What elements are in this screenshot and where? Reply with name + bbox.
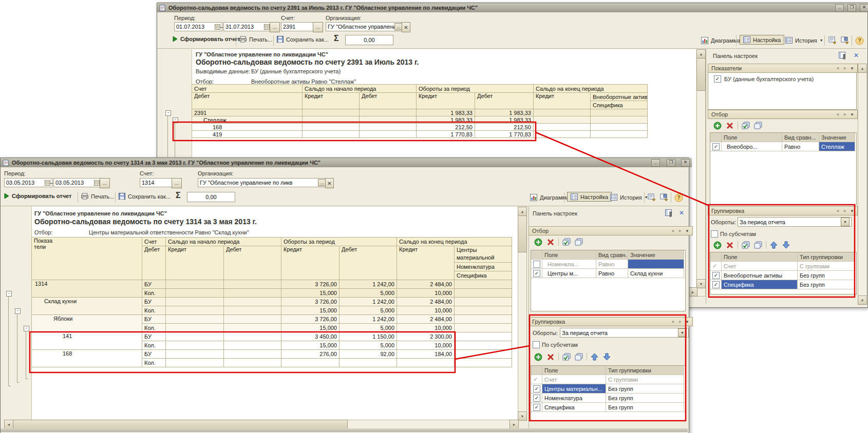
report-row-value[interactable]: 1 770,83 [475, 131, 534, 138]
add-row-icon[interactable] [713, 241, 722, 249]
report-row-value[interactable] [455, 280, 512, 289]
close-button[interactable]: ✕ [681, 159, 690, 167]
add-row-icon[interactable] [534, 238, 542, 246]
report-row-value[interactable] [166, 306, 224, 315]
period-from-field[interactable]: 01.07.2013 [174, 22, 222, 31]
col-header-value[interactable]: Значение [628, 250, 684, 260]
report-row-value[interactable] [591, 109, 648, 116]
report-row-account[interactable]: Склад кухни [32, 298, 142, 315]
col-header-compare[interactable]: Вид сравн... [596, 250, 628, 260]
move-up-icon[interactable] [769, 241, 778, 249]
report-row-indicator-bu[interactable]: БУ [142, 350, 166, 359]
grouping-field[interactable]: Счет [722, 262, 798, 271]
report-row-value[interactable]: 184,00 [397, 350, 455, 359]
save-as-button[interactable]: Сохранить как... [119, 193, 171, 200]
save-settings-icon[interactable] [659, 193, 669, 202]
report-row-value[interactable] [397, 359, 455, 367]
organization-field[interactable]: ГУ "Областное управление по ликв ... [326, 22, 405, 31]
uncheck-all-icon[interactable] [574, 238, 583, 246]
report-row-value[interactable] [224, 315, 281, 324]
section-grouping-header[interactable]: Группировка «»▼ [708, 206, 858, 215]
col-header-group-type[interactable]: Тип группировки [798, 252, 855, 262]
report-row-value[interactable] [303, 109, 360, 116]
collapse-left-icon[interactable]: « [837, 112, 839, 117]
close-button[interactable]: ✕ [860, 4, 868, 12]
report-row-value[interactable] [166, 289, 224, 298]
row-checkbox-cell[interactable]: ✓ [710, 262, 722, 271]
report-row-value[interactable] [534, 124, 591, 131]
report-row-value[interactable]: 2 300,00 [397, 332, 455, 341]
grouping-field[interactable]: Спецификa [542, 403, 606, 412]
outline-collapse-icon[interactable]: - [165, 110, 171, 116]
report-row-value[interactable] [303, 124, 360, 131]
add-row-icon[interactable] [534, 352, 542, 361]
report-row-value[interactable] [455, 332, 512, 341]
report-row-value[interactable] [224, 359, 281, 367]
report-row-value[interactable] [224, 324, 281, 332]
report-row-value[interactable] [166, 324, 224, 332]
load-settings-icon[interactable] [828, 36, 837, 45]
grouping-type[interactable]: С группами [606, 375, 684, 384]
organization-field[interactable]: ГУ "Областное управление по ликв ... [198, 178, 328, 187]
report-row-value[interactable] [224, 280, 281, 289]
collapse-left-icon[interactable]: « [672, 319, 674, 324]
remove-row-icon[interactable] [725, 241, 734, 249]
report-row-indicator-kol[interactable]: Кол. [142, 359, 166, 367]
check-all-icon[interactable] [562, 352, 571, 361]
col-header-field[interactable]: Поле [722, 252, 798, 262]
report-row-indicator-kol[interactable]: Кол. [142, 306, 166, 315]
filter-field[interactable]: Внеоборо... [722, 142, 782, 151]
panel-close-icon[interactable]: ✕ [853, 51, 860, 60]
row-checkbox[interactable] [533, 261, 540, 268]
report-row-value[interactable]: 276,00 [281, 350, 339, 359]
panel-scrollbar[interactable] [858, 64, 867, 305]
calendar-icon[interactable] [264, 24, 270, 30]
report-row-value[interactable] [591, 116, 648, 124]
filter-comparison[interactable]: Равно [596, 260, 628, 269]
report-row-value[interactable] [166, 350, 224, 359]
filter-comparison[interactable]: Равно [596, 269, 628, 278]
collapse-down-icon[interactable]: ▼ [850, 112, 854, 117]
outline-collapse-icon[interactable]: - [24, 326, 29, 331]
report-row-value[interactable] [360, 116, 417, 124]
report-row-value[interactable]: 3 726,00 [281, 280, 339, 289]
by-subaccounts-checkbox[interactable] [711, 230, 718, 238]
scroll-down-icon[interactable]: ▼ [696, 279, 706, 288]
report-row-value[interactable]: 15,000 [281, 289, 339, 298]
report-row-value[interactable]: 10,000 [397, 324, 455, 332]
panel-close-icon[interactable]: ✕ [678, 209, 685, 217]
organization-clear-button[interactable]: ✕ [402, 22, 410, 32]
remove-row-icon[interactable] [546, 352, 555, 361]
account-field[interactable]: 1314 [140, 178, 175, 187]
report-row-value[interactable] [591, 124, 648, 131]
scroll-right-icon[interactable]: ► [688, 287, 697, 297]
grouping-type[interactable]: Без групп [606, 393, 684, 403]
report-row-value[interactable]: 2 484,00 [397, 280, 455, 289]
report-row-account[interactable]: 419 [192, 131, 303, 138]
report-row-value[interactable] [281, 359, 339, 367]
grouping-type[interactable]: Без групп [798, 280, 855, 289]
period-pick-button[interactable]: ... [100, 178, 110, 188]
col-header-value[interactable]: Значение [819, 133, 855, 142]
row-checkbox[interactable]: ✓ [712, 281, 720, 288]
row-checkbox[interactable]: ✓ [533, 385, 540, 392]
dropdown-arrow-icon[interactable]: ▼ [678, 328, 687, 337]
grouping-type[interactable]: С группами [798, 262, 855, 271]
report-row-value[interactable]: 5,000 [339, 306, 397, 315]
filter-field[interactable]: Номенкла... [542, 260, 596, 269]
outline-collapse-icon[interactable]: - [173, 117, 178, 123]
row-checkbox-cell[interactable]: ✓ [531, 375, 542, 384]
report-row-value[interactable]: 1 983,33 [417, 116, 475, 124]
report-row-value[interactable] [224, 289, 281, 298]
report-row-value[interactable]: 10,000 [397, 289, 455, 298]
report-row-value[interactable]: 1 242,00 [339, 315, 397, 324]
by-subaccounts-checkbox[interactable] [533, 341, 540, 348]
diagram-button[interactable]: Диаграмма [700, 35, 741, 46]
report-row-indicator-bu[interactable]: БУ [142, 315, 166, 324]
collapse-down-icon[interactable]: ▼ [850, 209, 854, 213]
title-bar[interactable]: Оборотно-сальдовая ведомость по счету 23… [157, 3, 868, 12]
move-up-icon[interactable] [590, 352, 599, 361]
row-checkbox-cell[interactable]: ✓ [531, 269, 542, 278]
collapse-left-icon[interactable]: « [837, 208, 839, 213]
report-row-indicator-bu[interactable]: БУ [142, 332, 166, 341]
